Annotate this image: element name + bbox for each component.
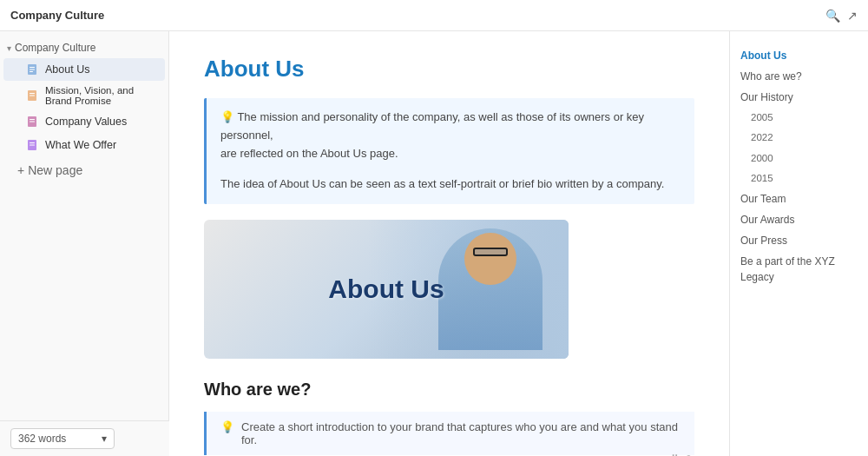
who-section-heading: Who are we? — [204, 380, 694, 400]
intro-info-block: 💡 The mission and personality of the com… — [204, 98, 694, 204]
intro-line2: are reflected on the About Us page. — [220, 145, 681, 163]
svg-rect-11 — [30, 142, 35, 143]
share-icon[interactable]: ↗ — [847, 9, 858, 23]
dropdown-icon: ▾ — [102, 433, 107, 445]
word-count-select[interactable]: 362 words ▾ — [10, 428, 115, 449]
about-us-icon — [24, 62, 40, 77]
toc-item[interactable]: Our History — [740, 87, 858, 108]
who-hint-block: 💡 Create a short introduction to your br… — [204, 412, 694, 455]
bulb-icon-who: 💡 — [220, 420, 234, 433]
sidebar-item-about-us[interactable]: About Us — [3, 58, 165, 81]
arrow-icon: ▾ — [7, 43, 11, 53]
svg-rect-1 — [30, 67, 35, 68]
toc-item[interactable]: Who are we? — [740, 66, 858, 87]
top-bar-actions: 🔍 ↗ — [825, 9, 858, 23]
word-count-bar: 362 words ▾ — [0, 420, 169, 456]
toc-item[interactable]: Our Team — [740, 188, 858, 209]
sidebar-label-values: Company Values — [45, 116, 127, 128]
who-hint-text: Create a short introduction to your bran… — [241, 420, 681, 446]
toc-item[interactable]: 2005 — [740, 108, 858, 128]
toc-item[interactable]: 2015 — [740, 169, 858, 188]
intro-line3: The idea of About Us can be seen as a te… — [220, 175, 681, 194]
intro-line1: 💡 The mission and personality of the com… — [220, 109, 681, 145]
svg-rect-5 — [30, 93, 35, 94]
svg-rect-3 — [30, 71, 33, 72]
plus-icon: + — [17, 163, 24, 177]
sidebar-label-mission: Mission, Vision, and Brand Promise — [45, 85, 158, 106]
sidebar-root[interactable]: ▾ Company Culture — [0, 38, 168, 57]
toc-items: About UsWho are we?Our History2005202220… — [740, 45, 858, 287]
svg-rect-9 — [30, 122, 35, 122]
mission-icon — [24, 88, 40, 103]
sidebar-label-about-us: About Us — [45, 63, 89, 76]
hero-image: About Us — [204, 220, 569, 359]
new-page-label: New page — [28, 163, 82, 177]
sidebar-item-mission[interactable]: Mission, Vision, and Brand Promise — [3, 82, 165, 109]
bulb-icon: 💡 — [220, 110, 234, 123]
page-title: About Us — [204, 56, 694, 83]
hero-text: About Us — [328, 274, 444, 304]
svg-rect-8 — [30, 119, 35, 120]
sidebar-label-offer: What We Offer — [45, 139, 116, 151]
svg-rect-12 — [30, 145, 35, 146]
sidebar: ▾ Company Culture About Us — [0, 31, 169, 456]
word-count-label: 362 words — [18, 433, 66, 445]
svg-rect-2 — [30, 69, 35, 70]
toc-item[interactable]: 2000 — [740, 149, 858, 169]
offer-icon — [24, 137, 40, 153]
toc-item[interactable]: 2022 — [740, 128, 858, 148]
new-page-button[interactable]: + New page — [3, 160, 165, 181]
toc-item[interactable]: Our Awards — [740, 209, 858, 230]
app-title: Company Culture — [10, 9, 104, 22]
toc-item[interactable]: Be a part of the XYZ Legacy — [740, 251, 858, 287]
sidebar-item-values[interactable]: Company Values — [3, 110, 165, 133]
content-area: About Us 💡 The mission and personality o… — [169, 31, 729, 456]
toc-panel: About UsWho are we?Our History2005202220… — [729, 31, 868, 456]
toc-item[interactable]: Our Press — [740, 230, 858, 251]
sidebar-root-label: Company Culture — [15, 42, 95, 54]
top-bar: Company Culture 🔍 ↗ — [0, 0, 868, 31]
toc-item[interactable]: About Us — [740, 45, 858, 66]
search-icon[interactable]: 🔍 — [825, 9, 840, 23]
values-icon — [24, 114, 40, 129]
sidebar-item-offer[interactable]: What We Offer — [3, 134, 165, 156]
svg-rect-6 — [30, 96, 35, 96]
main-layout: ▾ Company Culture About Us — [0, 31, 868, 456]
